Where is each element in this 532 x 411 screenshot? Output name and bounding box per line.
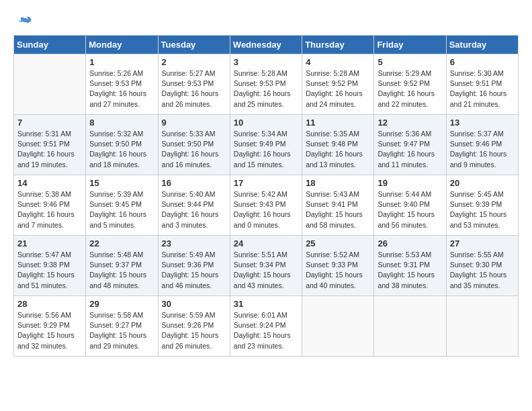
day-number: 19: [378, 178, 442, 188]
day-number: 5: [378, 57, 442, 67]
day-number: 8: [89, 118, 154, 128]
calendar-cell: 28Sunrise: 5:56 AM Sunset: 9:29 PM Dayli…: [14, 296, 86, 357]
day-number: 7: [17, 118, 82, 128]
day-number: 23: [162, 238, 226, 248]
calendar-cell: 22Sunrise: 5:48 AM Sunset: 9:37 PM Dayli…: [86, 236, 158, 296]
day-info: Sunrise: 5:56 AM Sunset: 9:29 PM Dayligh…: [17, 310, 82, 351]
day-info: Sunrise: 5:40 AM Sunset: 9:44 PM Dayligh…: [162, 189, 226, 230]
calendar-cell: 3Sunrise: 5:28 AM Sunset: 9:53 PM Daylig…: [230, 54, 302, 115]
calendar-cell: [302, 296, 374, 357]
calendar-cell: 14Sunrise: 5:38 AM Sunset: 9:46 PM Dayli…: [14, 175, 86, 236]
weekday-header-row: SundayMondayTuesdayWednesdayThursdayFrid…: [14, 36, 519, 54]
day-number: 24: [234, 238, 298, 248]
day-number: 29: [89, 299, 154, 309]
day-number: 22: [89, 238, 154, 248]
day-info: Sunrise: 5:34 AM Sunset: 9:49 PM Dayligh…: [234, 129, 298, 170]
calendar-week-row: 21Sunrise: 5:47 AM Sunset: 9:38 PM Dayli…: [14, 236, 519, 296]
calendar-week-row: 28Sunrise: 5:56 AM Sunset: 9:29 PM Dayli…: [14, 296, 519, 357]
day-info: Sunrise: 5:33 AM Sunset: 9:50 PM Dayligh…: [162, 129, 226, 170]
day-number: 16: [162, 178, 226, 188]
day-number: 28: [17, 299, 82, 309]
day-info: Sunrise: 5:43 AM Sunset: 9:41 PM Dayligh…: [306, 189, 370, 230]
calendar-cell: 31Sunrise: 6:01 AM Sunset: 9:24 PM Dayli…: [230, 296, 302, 357]
weekday-header-thursday: Thursday: [302, 36, 374, 54]
weekday-header-wednesday: Wednesday: [230, 36, 302, 54]
day-number: 20: [450, 178, 515, 188]
calendar-cell: 12Sunrise: 5:36 AM Sunset: 9:47 PM Dayli…: [374, 115, 446, 175]
day-info: Sunrise: 5:36 AM Sunset: 9:47 PM Dayligh…: [378, 129, 442, 170]
day-info: Sunrise: 5:59 AM Sunset: 9:26 PM Dayligh…: [162, 310, 226, 351]
day-number: 26: [378, 238, 442, 248]
day-info: Sunrise: 5:39 AM Sunset: 9:45 PM Dayligh…: [89, 189, 154, 230]
day-info: Sunrise: 5:27 AM Sunset: 9:53 PM Dayligh…: [162, 68, 226, 109]
calendar-cell: 17Sunrise: 5:42 AM Sunset: 9:43 PM Dayli…: [230, 175, 302, 236]
day-number: 3: [234, 57, 298, 67]
day-info: Sunrise: 5:52 AM Sunset: 9:33 PM Dayligh…: [306, 250, 370, 291]
logo: [13, 13, 34, 30]
day-info: Sunrise: 5:38 AM Sunset: 9:46 PM Dayligh…: [17, 189, 82, 230]
weekday-header-tuesday: Tuesday: [158, 36, 230, 54]
calendar-week-row: 7Sunrise: 5:31 AM Sunset: 9:51 PM Daylig…: [14, 115, 519, 175]
day-number: 12: [378, 118, 442, 128]
day-info: Sunrise: 5:42 AM Sunset: 9:43 PM Dayligh…: [234, 189, 298, 230]
day-number: 21: [17, 238, 82, 248]
day-info: Sunrise: 5:48 AM Sunset: 9:37 PM Dayligh…: [89, 250, 154, 291]
day-number: 11: [306, 118, 370, 128]
calendar-cell: 13Sunrise: 5:37 AM Sunset: 9:46 PM Dayli…: [446, 115, 518, 175]
day-number: 15: [89, 178, 154, 188]
calendar-cell: 24Sunrise: 5:51 AM Sunset: 9:34 PM Dayli…: [230, 236, 302, 296]
calendar-cell: 23Sunrise: 5:49 AM Sunset: 9:36 PM Dayli…: [158, 236, 230, 296]
weekday-header-sunday: Sunday: [14, 36, 86, 54]
day-number: 25: [306, 238, 370, 248]
header: [13, 13, 519, 30]
calendar-cell: [374, 296, 446, 357]
day-number: 13: [450, 118, 515, 128]
calendar-cell: 11Sunrise: 5:35 AM Sunset: 9:48 PM Dayli…: [302, 115, 374, 175]
day-info: Sunrise: 5:35 AM Sunset: 9:48 PM Dayligh…: [306, 129, 370, 170]
day-info: Sunrise: 5:29 AM Sunset: 9:52 PM Dayligh…: [378, 68, 442, 109]
day-info: Sunrise: 5:28 AM Sunset: 9:53 PM Dayligh…: [234, 68, 298, 109]
day-info: Sunrise: 5:51 AM Sunset: 9:34 PM Dayligh…: [234, 250, 298, 291]
calendar-cell: 5Sunrise: 5:29 AM Sunset: 9:52 PM Daylig…: [374, 54, 446, 115]
day-info: Sunrise: 5:47 AM Sunset: 9:38 PM Dayligh…: [17, 250, 82, 291]
day-number: 2: [162, 57, 226, 67]
calendar-cell: 15Sunrise: 5:39 AM Sunset: 9:45 PM Dayli…: [86, 175, 158, 236]
calendar-cell: 16Sunrise: 5:40 AM Sunset: 9:44 PM Dayli…: [158, 175, 230, 236]
weekday-header-friday: Friday: [374, 36, 446, 54]
day-number: 9: [162, 118, 226, 128]
day-info: Sunrise: 5:55 AM Sunset: 9:30 PM Dayligh…: [450, 250, 515, 291]
day-number: 14: [17, 178, 82, 188]
calendar-cell: 21Sunrise: 5:47 AM Sunset: 9:38 PM Dayli…: [14, 236, 86, 296]
calendar-cell: 1Sunrise: 5:26 AM Sunset: 9:53 PM Daylig…: [86, 54, 158, 115]
day-number: 1: [89, 57, 154, 67]
calendar-cell: 6Sunrise: 5:30 AM Sunset: 9:51 PM Daylig…: [446, 54, 518, 115]
day-info: Sunrise: 5:26 AM Sunset: 9:53 PM Dayligh…: [89, 68, 154, 109]
calendar-cell: [14, 54, 86, 115]
calendar-cell: 19Sunrise: 5:44 AM Sunset: 9:40 PM Dayli…: [374, 175, 446, 236]
day-number: 6: [450, 57, 515, 67]
calendar-week-row: 14Sunrise: 5:38 AM Sunset: 9:46 PM Dayli…: [14, 175, 519, 236]
calendar-cell: 8Sunrise: 5:32 AM Sunset: 9:50 PM Daylig…: [86, 115, 158, 175]
calendar-cell: 10Sunrise: 5:34 AM Sunset: 9:49 PM Dayli…: [230, 115, 302, 175]
logo-bird-icon: [17, 13, 34, 30]
calendar-cell: 18Sunrise: 5:43 AM Sunset: 9:41 PM Dayli…: [302, 175, 374, 236]
calendar-cell: 7Sunrise: 5:31 AM Sunset: 9:51 PM Daylig…: [14, 115, 86, 175]
day-info: Sunrise: 5:31 AM Sunset: 9:51 PM Dayligh…: [17, 129, 82, 170]
day-info: Sunrise: 6:01 AM Sunset: 9:24 PM Dayligh…: [234, 310, 298, 351]
calendar-cell: 27Sunrise: 5:55 AM Sunset: 9:30 PM Dayli…: [446, 236, 518, 296]
calendar-cell: 30Sunrise: 5:59 AM Sunset: 9:26 PM Dayli…: [158, 296, 230, 357]
weekday-header-saturday: Saturday: [446, 36, 518, 54]
day-info: Sunrise: 5:58 AM Sunset: 9:27 PM Dayligh…: [89, 310, 154, 351]
day-number: 18: [306, 178, 370, 188]
day-info: Sunrise: 5:28 AM Sunset: 9:52 PM Dayligh…: [306, 68, 370, 109]
weekday-header-monday: Monday: [86, 36, 158, 54]
calendar-week-row: 1Sunrise: 5:26 AM Sunset: 9:53 PM Daylig…: [14, 54, 519, 115]
calendar-cell: 25Sunrise: 5:52 AM Sunset: 9:33 PM Dayli…: [302, 236, 374, 296]
calendar-cell: 9Sunrise: 5:33 AM Sunset: 9:50 PM Daylig…: [158, 115, 230, 175]
calendar-cell: 4Sunrise: 5:28 AM Sunset: 9:52 PM Daylig…: [302, 54, 374, 115]
day-info: Sunrise: 5:32 AM Sunset: 9:50 PM Dayligh…: [89, 129, 154, 170]
calendar-cell: 26Sunrise: 5:53 AM Sunset: 9:31 PM Dayli…: [374, 236, 446, 296]
day-number: 10: [234, 118, 298, 128]
day-number: 30: [162, 299, 226, 309]
calendar-cell: [446, 296, 518, 357]
